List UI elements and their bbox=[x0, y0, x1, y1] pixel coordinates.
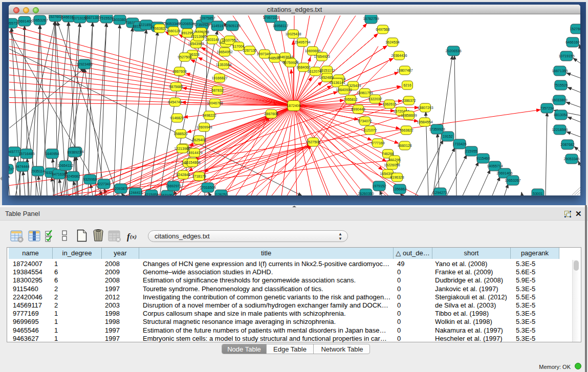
svg-text:6734072: 6734072 bbox=[358, 119, 372, 123]
svg-text:10046788: 10046788 bbox=[207, 101, 223, 105]
svg-text:12213963: 12213963 bbox=[190, 35, 206, 38]
svg-text:10719155: 10719155 bbox=[558, 54, 574, 58]
svg-text:9146821: 9146821 bbox=[170, 116, 184, 120]
svg-text:6466160: 6466160 bbox=[565, 40, 579, 44]
svg-text:891295: 891295 bbox=[181, 31, 193, 35]
svg-text:16154808: 16154808 bbox=[184, 161, 200, 164]
svg-text:17359928: 17359928 bbox=[194, 23, 210, 27]
svg-text:1733426: 1733426 bbox=[452, 142, 466, 146]
svg-text:1356862: 1356862 bbox=[393, 187, 406, 191]
svg-text:8471636: 8471636 bbox=[52, 172, 66, 176]
svg-text:15136141: 15136141 bbox=[329, 81, 345, 84]
svg-text:10653267: 10653267 bbox=[505, 179, 520, 182]
svg-text:14914479: 14914479 bbox=[186, 151, 202, 155]
svg-text:8196328: 8196328 bbox=[390, 176, 404, 179]
svg-text:12218596: 12218596 bbox=[552, 128, 568, 132]
svg-text:6216: 6216 bbox=[403, 83, 411, 87]
svg-text:18640910: 18640910 bbox=[336, 88, 352, 92]
svg-text:10858609: 10858609 bbox=[401, 114, 417, 117]
svg-text:587832: 587832 bbox=[211, 89, 223, 92]
svg-text:1621064: 1621064 bbox=[160, 193, 174, 195]
svg-text:16782759: 16782759 bbox=[363, 17, 379, 20]
svg-text:16151172: 16151172 bbox=[319, 69, 335, 72]
svg-text:10653267: 10653267 bbox=[32, 18, 48, 22]
svg-text:15751024: 15751024 bbox=[9, 165, 10, 169]
svg-text:16033809: 16033809 bbox=[551, 98, 567, 102]
svg-text:17957223: 17957223 bbox=[263, 16, 278, 19]
svg-text:2867608: 2867608 bbox=[172, 70, 186, 73]
svg-text:20691406: 20691406 bbox=[496, 171, 512, 175]
svg-text:117004: 117004 bbox=[233, 45, 245, 48]
svg-text:215955: 215955 bbox=[465, 149, 477, 153]
svg-text:26260350: 26260350 bbox=[358, 192, 374, 195]
svg-text:1322037: 1322037 bbox=[368, 97, 382, 101]
svg-text:14055714: 14055714 bbox=[487, 164, 503, 168]
svg-text:8938923: 8938923 bbox=[67, 150, 81, 154]
svg-text:12505135: 12505135 bbox=[224, 24, 240, 28]
svg-text:2867608: 2867608 bbox=[264, 112, 278, 116]
svg-text:9329966: 9329966 bbox=[83, 178, 97, 181]
svg-text:12609948: 12609948 bbox=[196, 125, 212, 129]
svg-text:8215958: 8215958 bbox=[144, 193, 158, 195]
svg-text:15692971: 15692971 bbox=[165, 184, 181, 188]
svg-text:9245682: 9245682 bbox=[66, 174, 80, 178]
svg-text:13584554: 13584554 bbox=[417, 120, 432, 124]
svg-text:12093872: 12093872 bbox=[113, 187, 128, 190]
svg-text:2803144: 2803144 bbox=[205, 38, 219, 41]
svg-text:7357234: 7357234 bbox=[540, 106, 554, 110]
svg-text:6497568: 6497568 bbox=[376, 28, 389, 31]
svg-text:20364436: 20364436 bbox=[391, 54, 407, 57]
svg-text:12923486: 12923486 bbox=[76, 62, 92, 66]
svg-text:1640954: 1640954 bbox=[45, 152, 59, 156]
svg-text:114519: 114519 bbox=[212, 24, 224, 28]
svg-text:2935114: 2935114 bbox=[31, 169, 45, 173]
svg-text:9227341: 9227341 bbox=[97, 182, 111, 186]
svg-text:1244415: 1244415 bbox=[128, 191, 142, 194]
svg-text:17359928: 17359928 bbox=[429, 127, 445, 131]
svg-text:9527508: 9527508 bbox=[178, 55, 191, 59]
svg-text:1872406: 1872406 bbox=[287, 104, 300, 107]
svg-text:9527508: 9527508 bbox=[306, 140, 320, 144]
svg-text:8990448: 8990448 bbox=[351, 107, 365, 111]
svg-text:10807487: 10807487 bbox=[397, 69, 412, 72]
svg-text:1126753: 1126753 bbox=[214, 193, 228, 195]
svg-text:13807293: 13807293 bbox=[417, 106, 433, 110]
svg-text:5875685: 5875685 bbox=[169, 85, 183, 89]
svg-text:1527602: 1527602 bbox=[570, 27, 580, 31]
svg-text:(x): (x) bbox=[130, 233, 137, 240]
svg-text:746266: 746266 bbox=[382, 152, 394, 156]
svg-text:29053346: 29053346 bbox=[563, 157, 579, 161]
svg-text:20206536: 20206536 bbox=[445, 49, 461, 53]
svg-text:16543962: 16543962 bbox=[188, 42, 204, 46]
svg-text:10025438: 10025438 bbox=[285, 32, 301, 36]
svg-text:10654112: 10654112 bbox=[58, 164, 74, 167]
svg-text:7515526: 7515526 bbox=[554, 83, 568, 87]
svg-text:15716485: 15716485 bbox=[18, 152, 34, 156]
svg-text:11353584: 11353584 bbox=[216, 63, 232, 67]
svg-text:29053346: 29053346 bbox=[164, 22, 180, 26]
svg-text:9684067: 9684067 bbox=[296, 65, 310, 69]
svg-text:7663822: 7663822 bbox=[153, 27, 166, 30]
svg-text:19654952: 19654952 bbox=[216, 50, 232, 54]
svg-text:1362615: 1362615 bbox=[382, 102, 396, 106]
svg-text:3498222: 3498222 bbox=[202, 114, 216, 117]
svg-text:2386372: 2386372 bbox=[402, 99, 416, 102]
svg-text:8660128: 8660128 bbox=[166, 29, 180, 33]
svg-text:10759928: 10759928 bbox=[282, 61, 298, 64]
svg-text:9777169: 9777169 bbox=[371, 141, 384, 145]
svg-text:7663822: 7663822 bbox=[399, 128, 413, 132]
svg-text:8242848: 8242848 bbox=[176, 173, 190, 177]
svg-text:16671355: 16671355 bbox=[84, 16, 100, 19]
svg-text:1294273: 1294273 bbox=[433, 191, 447, 194]
svg-text:1588520: 1588520 bbox=[173, 132, 187, 136]
svg-text:3267130: 3267130 bbox=[243, 49, 256, 52]
svg-text:7955812: 7955812 bbox=[343, 98, 357, 101]
svg-text:17016504: 17016504 bbox=[200, 186, 215, 189]
svg-text:8660128: 8660128 bbox=[398, 144, 411, 147]
svg-text:2718179: 2718179 bbox=[192, 174, 206, 178]
svg-text:23495794: 23495794 bbox=[294, 40, 310, 44]
svg-text:7625402: 7625402 bbox=[192, 138, 206, 142]
svg-text:20691406: 20691406 bbox=[16, 19, 32, 23]
svg-text:2087682: 2087682 bbox=[560, 143, 574, 146]
svg-text:53001: 53001 bbox=[533, 192, 543, 195]
